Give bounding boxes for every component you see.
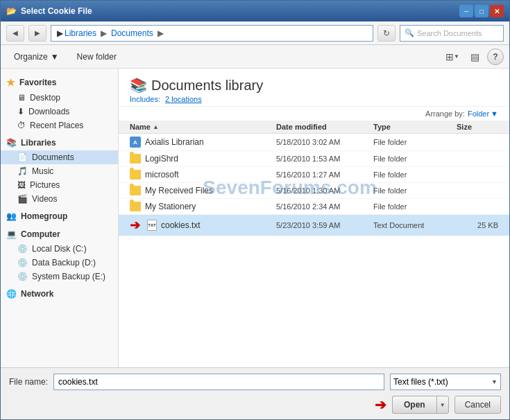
pictures-label: Pictures [30,180,60,190]
open-dropdown-arrow-icon: ▼ [440,402,445,408]
file-table: Name ▲ Date modified Type Size [119,121,509,367]
system-backup-label: System Backup (E:) [32,272,105,281]
path-arrow-2: ▶ [158,28,164,38]
back-button[interactable]: ◀ [6,25,24,42]
sidebar-header-network[interactable]: 🌐 Network [1,286,118,301]
sidebar-header-homegroup[interactable]: 👥 Homegroup [1,209,118,224]
music-icon: 🎵 [17,166,28,176]
sidebar-item-downloads[interactable]: ⬇ Downloads [1,105,118,119]
sidebar-item-music[interactable]: 🎵 Music [1,164,118,178]
sidebar-section-computer: 💻 Computer 💿 Local Disk (C:) 💿 Data Back… [1,227,118,283]
desktop-icon: 🖥 [17,93,26,103]
table-row[interactable]: ➔ TXT cookies.txt 5/23/2010 3:59 AM Text… [119,215,509,236]
toolbar: Organize ▼ New folder ⊞ ▼ ▤ ? [1,45,509,69]
file-name-cell: A Axialis Librarian [130,137,276,148]
path-arrow-1: ▶ [101,28,107,38]
computer-label: Computer [21,229,60,239]
dialog-window: 📂 Select Cookie File ─ □ ✕ ◀ ▶ ▶ Librari… [0,0,510,420]
library-subtitle[interactable]: Includes: 2 locations [130,95,498,103]
organize-arrow-icon: ▼ [51,52,59,62]
sidebar-item-desktop[interactable]: 🖥 Desktop [1,91,118,105]
recent-icon: ⏱ [17,121,26,130]
library-header: 📚 Documents library Includes: 2 location… [119,69,509,107]
new-folder-button[interactable]: New folder [69,48,124,66]
downloads-icon: ⬇ [17,107,24,116]
filename-input[interactable] [53,374,384,390]
file-name: LogiShrd [145,154,178,164]
toolbar-right: ⊞ ▼ ▤ ? [443,49,504,65]
folder-icon [130,154,141,164]
local-disk-label: Local Disk (C:) [32,244,87,254]
preview-icon: ▤ [470,51,479,62]
table-row[interactable]: My Stationery 5/16/2010 2:34 AM File fol… [119,199,509,215]
path-libraries[interactable]: Libraries [65,28,96,38]
downloads-label: Downloads [28,107,69,116]
sidebar-item-pictures[interactable]: 🖼 Pictures [1,178,118,192]
table-row[interactable]: microsoft 5/16/2010 1:27 AM File folder [119,167,509,183]
sidebar-header-libraries[interactable]: 📚 Libraries [1,135,118,150]
disk-e-icon: 💿 [17,272,28,281]
path-documents[interactable]: Documents [111,28,153,38]
txt-icon: TXT [147,220,157,231]
sidebar-item-documents[interactable]: 📄 Documents [1,150,118,164]
content-area: SevenForums.com ★ Favorites 🖥 Desktop ⬇ … [1,69,509,367]
folder-icon [130,202,141,211]
sidebar-item-system-backup[interactable]: 💿 System Backup (E:) [1,270,118,283]
view-icon: ⊞ [445,51,454,62]
library-section-icon: 📚 [6,138,17,148]
sidebar-header-computer[interactable]: 💻 Computer [1,227,118,242]
maximize-button[interactable]: □ [475,5,488,17]
col-header-type[interactable]: Type [373,123,457,131]
sidebar-header-favorites[interactable]: ★ Favorites [1,74,118,91]
file-date-cell: 5/16/2010 1:27 AM [276,170,373,179]
sidebar-item-local-disk[interactable]: 💿 Local Disk (C:) [1,242,118,256]
col-header-date[interactable]: Date modified [276,123,373,131]
sidebar-item-recent-places[interactable]: ⏱ Recent Places [1,119,118,132]
videos-icon: 🎬 [17,194,28,204]
forward-button[interactable]: ▶ [28,25,46,42]
filetype-value: Text files (*.txt) [393,377,448,387]
address-path[interactable]: ▶ Libraries ▶ Documents ▶ [51,25,373,42]
help-label: ? [493,52,498,62]
preview-pane-button[interactable]: ▤ [465,49,484,65]
cancel-button[interactable]: Cancel [454,396,501,414]
help-button[interactable]: ? [487,49,504,65]
button-row: ➔ Open ▼ Cancel [1,393,509,419]
refresh-button[interactable]: ↻ [377,25,396,42]
file-type-cell: File folder [373,186,457,195]
file-date-cell: 5/16/2010 1:30 AM [276,186,373,195]
arrange-value-button[interactable]: Folder ▼ [468,110,498,118]
file-name-cell: My Stationery [130,202,276,211]
homegroup-label: Homegroup [21,211,67,221]
table-row[interactable]: A Axialis Librarian 5/18/2010 3:02 AM Fi… [119,134,509,151]
close-button[interactable]: ✕ [490,5,504,17]
locations-link[interactable]: 2 locations [165,95,202,103]
organize-button[interactable]: Organize ▼ [6,48,67,66]
file-type-cell: File folder [373,138,457,146]
sidebar-item-data-backup[interactable]: 💿 Data Backup (D:) [1,256,118,270]
search-container[interactable]: 🔍 Search Documents [400,25,504,42]
file-name: My Received Files [145,186,213,195]
filetype-select[interactable]: Text files (*.txt) ▼ [390,374,501,390]
disk-d-icon: 💿 [17,258,28,268]
open-button[interactable]: Open [392,396,436,414]
file-name: Axialis Librarian [145,137,204,147]
file-size-cell: 25 KB [457,221,498,229]
search-placeholder: Search Documents [417,29,482,37]
minimize-button[interactable]: ─ [459,5,473,17]
sidebar-section-homegroup: 👥 Homegroup [1,209,118,224]
open-dropdown-button[interactable]: ▼ [436,396,449,414]
sidebar-item-videos[interactable]: 🎬 Videos [1,192,118,206]
table-row[interactable]: My Received Files 5/16/2010 1:30 AM File… [119,183,509,199]
disk-c-icon: 💿 [17,244,28,254]
library-title-icon: 📚 [130,77,147,94]
col-header-name[interactable]: Name ▲ [130,123,276,131]
table-row[interactable]: LogiShrd 5/16/2010 1:53 AM File folder [119,151,509,167]
row-arrow-indicator: ➔ [130,218,140,233]
cancel-label: Cancel [465,400,491,410]
view-options-button[interactable]: ⊞ ▼ [443,49,462,65]
file-type-cell: File folder [373,170,457,179]
arrange-bar: Arrange by: Folder ▼ [119,107,509,121]
documents-label: Documents [32,152,74,162]
col-header-size[interactable]: Size [457,123,498,131]
